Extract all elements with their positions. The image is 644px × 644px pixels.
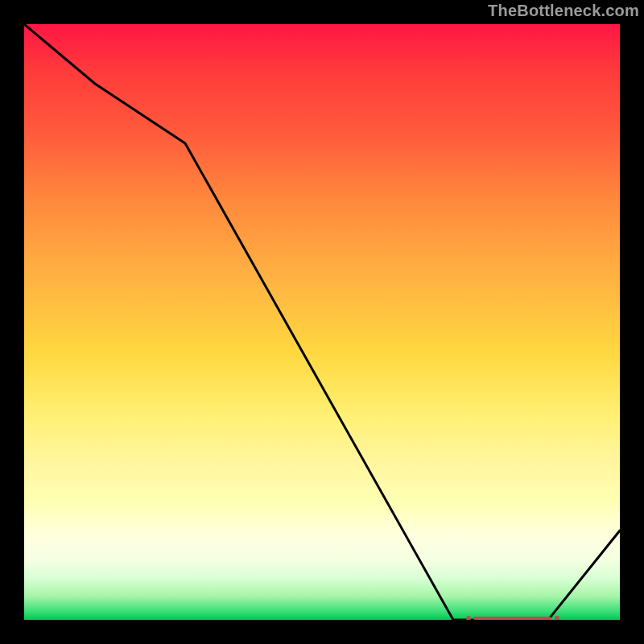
bottom-marker-dot-right	[555, 616, 559, 620]
watermark-text: TheBottleneck.com	[488, 2, 639, 20]
chart-stage: TheBottleneck.com	[0, 0, 644, 644]
bottom-marker-dot-left	[466, 616, 471, 620]
plot-area	[24, 24, 620, 620]
bottleneck-curve	[24, 24, 620, 620]
curve-svg	[24, 24, 620, 620]
